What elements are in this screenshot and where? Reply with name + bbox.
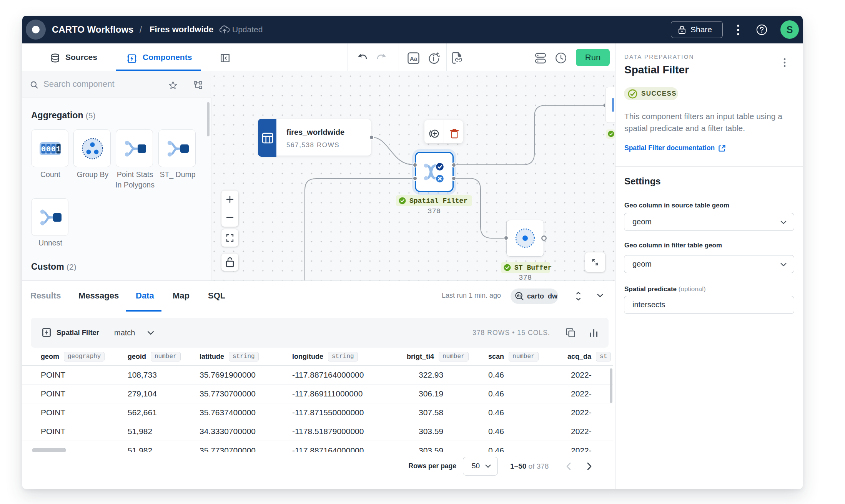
svg-text:0: 0 bbox=[41, 145, 46, 154]
svg-text:0: 0 bbox=[46, 145, 51, 154]
svg-text:1: 1 bbox=[56, 145, 61, 154]
svg-text:Aa: Aa bbox=[410, 55, 418, 62]
svg-text:0: 0 bbox=[51, 145, 56, 154]
